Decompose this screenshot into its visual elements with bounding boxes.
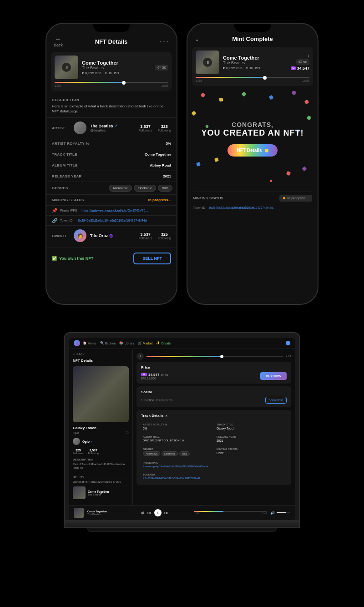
more-options-icon[interactable]: ··· [160, 37, 169, 46]
congrats-line1: CONGRATS, [202, 121, 304, 128]
laptop-track-details: Track Details ∧ ARTIST ROYALTY % 5% TRAC… [136, 410, 291, 485]
player-card: ⏸ Come Together The Beatles ▶ 8,395,826 … [51, 52, 172, 91]
nft-details-title: NFT Details [95, 38, 128, 45]
laptop-page-title: NFT Details [73, 359, 129, 363]
genres-label: GENRES [46, 183, 105, 193]
phone2-time-current: 1:24 [196, 79, 202, 82]
laptop-breadcrumb[interactable]: ← BACK [73, 353, 129, 356]
phone2-likes-stat: ♥ 86,359 [246, 66, 260, 70]
laptop-artist-name[interactable]: Opio ✓ [82, 440, 93, 443]
laptop-progress-thumb [220, 355, 223, 358]
laptop-price-main: M 34,547 units [141, 373, 168, 377]
laptop-progress-fill [147, 356, 222, 357]
phone2-pause-button[interactable]: ⏸ [203, 58, 212, 67]
heart-icon: ♥ [105, 71, 107, 75]
phone2-album-art-overlay: ⏸ [196, 51, 219, 74]
laptop-genres-cell: GENRES Alternative Electronic R&B [141, 446, 213, 458]
owner-name[interactable]: Tito Ortiz ◎ [90, 233, 135, 238]
royalty-row: ARTIST ROYALTY % 5% [46, 138, 177, 149]
laptop-pinata-url[interactable]: # deveto:pettyCAts/84e42a96992c43f6a3f19… [143, 465, 285, 468]
congrats-text: CONGRATS, YOU CREATED AN NFT! [202, 121, 304, 138]
confetti-3 [241, 91, 246, 96]
pause-button[interactable]: ⏸ [62, 63, 71, 72]
sol-badge: M [291, 66, 296, 70]
laptop-bottom-fill [194, 511, 223, 512]
laptop-foot [87, 528, 277, 532]
back-label: Back [54, 43, 63, 47]
genre-chip-rnb: R&B [158, 185, 172, 192]
verified-icon: ✓ [115, 124, 118, 128]
nav-market[interactable]: 🛒 Market [138, 341, 152, 345]
chevron-down-icon[interactable]: ⌄ [195, 36, 199, 42]
phone2-price: M 34,547 [291, 66, 309, 71]
artist-counts: 3,537 Followers 325 Following [138, 124, 171, 132]
laptop-social-label: Social [141, 390, 287, 394]
laptop-content: ← BACK NFT Details Galaxy Touch Opio ♡ [69, 349, 295, 505]
token-icon: 🔗 [52, 218, 57, 223]
laptop-utility-art [73, 486, 86, 499]
laptop-heart-icon[interactable]: ♡ [126, 431, 129, 435]
volume-icon[interactable]: 🔊 [270, 511, 275, 515]
laptop-bottom-artist: The Beatles [87, 513, 115, 516]
laptop-vol-bar[interactable] [277, 512, 290, 513]
confetti-16 [269, 179, 272, 182]
laptop-details-grid: ARTIST ROYALTY % 5% TRACK TITLE Galaxy T… [141, 421, 287, 481]
pinata-url[interactable]: https://gateway.pinata.cloud/ipfs/QmZfN2… [81, 209, 148, 212]
next-button[interactable]: ⏭ [164, 511, 168, 515]
progress-bar[interactable]: 1:24 -2:03 [55, 82, 168, 87]
confetti-2 [219, 97, 223, 101]
likes-stat: ♥ 86,359 [105, 71, 119, 75]
laptop-play-pause-button[interactable]: ⏸ [154, 509, 162, 516]
shuffle-button[interactable]: ⇄ [141, 511, 145, 515]
genre-chip-alternative: Alternative [109, 185, 132, 192]
laptop-bottom-info: Come Together The Beatles [87, 510, 115, 516]
track-info: Come Together The Beatles ▶ 8,395,826 ♥ … [82, 60, 152, 75]
chevron-up-icon[interactable]: ∧ [165, 414, 167, 418]
app-logo[interactable] [74, 340, 80, 346]
sell-nft-button[interactable]: SELL NFT [133, 253, 171, 264]
nav-explore[interactable]: 🔍 Explore [100, 341, 116, 345]
laptop-nav-items: 🏠 Home 🔍 Explore 📚 Library 🛒 Market ✨ Cr… [83, 341, 283, 345]
buy-now-button[interactable]: BUY NOW [260, 372, 287, 380]
laptop-album-title-cell: ALBUM TITLE OPIO SP200 NFT COLLECTION 1.… [141, 434, 213, 444]
laptop-progress-wrap[interactable] [147, 356, 283, 357]
token-label: Token ID: [60, 219, 74, 222]
phone2-mint-complete: ⌄ Mint Complete ⏸ Come Together The Beat… [187, 23, 318, 305]
artist-row: ARTIST The Beatles ✓ @beatles 3,537 Foll… [46, 117, 177, 138]
nft-details-congrats-button[interactable]: NFT Details [228, 144, 277, 157]
phone2-track-name: Come Together [223, 55, 287, 61]
confetti-11 [214, 157, 219, 162]
genre-chips: Alternative Electronic R&B [105, 182, 176, 194]
phone2-album-art: ⏸ [196, 51, 219, 74]
nav-create[interactable]: ✨ Create [156, 341, 171, 345]
laptop-pinata-cell: Pinata IPFS # deveto:pettyCAts/84e42a969… [141, 460, 287, 470]
laptop-artist-row: Opio ✓ [73, 438, 129, 445]
minting-status-row: MINTING STATUS In progress... [46, 194, 177, 205]
prev-button[interactable]: ⏮ [147, 511, 152, 515]
laptop-pause-button[interactable]: ⏸ [136, 353, 144, 360]
phone2-token-id-row: Token ID: 0x2845a83d2a6cb264a6e35103ef10… [193, 204, 312, 211]
artist-handle: @beatles [90, 128, 135, 132]
back-button[interactable]: ← Back [54, 35, 63, 47]
pinata-row: 📌 Pinata IPFS https://gateway.pinata.clo… [46, 205, 177, 215]
confetti-9 [196, 162, 201, 167]
track-stats: ▶ 8,395,826 ♥ 86,359 [82, 71, 152, 75]
nav-library[interactable]: 📚 Library [119, 341, 134, 345]
laptop-price-card: Price M 34,547 units $40,21,000 [136, 362, 291, 384]
phone1-header: ← Back NFT Details ··· [46, 32, 177, 49]
confetti-12 [286, 171, 291, 176]
phones-section: ← Back NFT Details ··· ⏸ Come Together T… [0, 0, 364, 323]
laptop-bottom-progress[interactable]: 1:06 -3:44 [194, 511, 267, 515]
artist-display-name[interactable]: The Beatles ✓ [90, 124, 135, 128]
laptop-utility-item: Come Together The Beatles [73, 486, 129, 499]
phone2-progress-bar[interactable]: 1:24 -2:03 [196, 77, 309, 82]
view-post-button[interactable]: View Post [265, 397, 287, 404]
laptop-sol-badge: M [141, 373, 147, 376]
progress-fill [55, 82, 123, 83]
laptop-base [64, 520, 300, 528]
laptop-artist-avatar [73, 438, 80, 445]
nav-home[interactable]: 🏠 Home [83, 341, 96, 345]
time-total: -2:03 [161, 84, 168, 87]
phone2-nft-badge: 🏷 50 [296, 59, 309, 65]
laptop-minting-cell: MINTING STATUS Done [215, 446, 287, 458]
